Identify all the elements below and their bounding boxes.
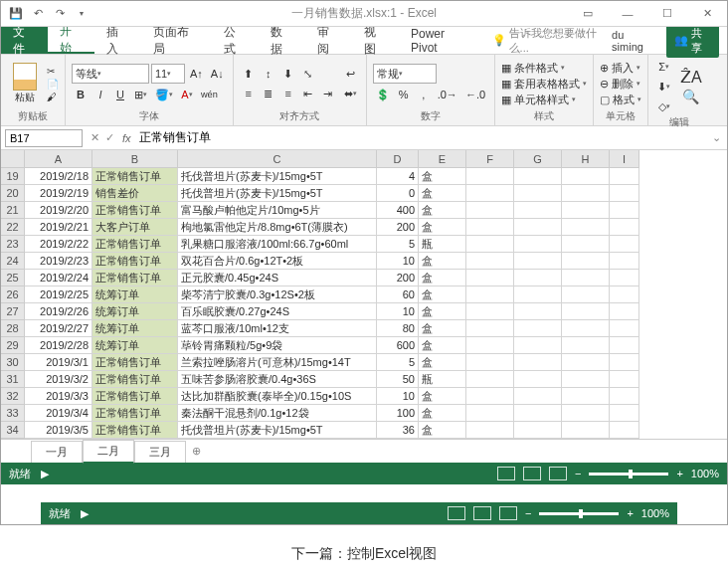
cell[interactable]: 百乐眠胶囊/0.27g•24S [178,303,377,320]
increase-font-icon[interactable]: A↑ [187,65,206,83]
format-painter-icon[interactable]: 🖌 [47,92,59,102]
cell[interactable]: 托伐普坦片(苏麦卡)/15mg•5T [178,422,377,439]
cell[interactable] [610,253,639,270]
close-icon[interactable]: ✕ [687,1,727,27]
cell[interactable] [610,354,639,371]
cell[interactable]: 正常销售订单 [92,253,178,270]
cell[interactable] [610,388,639,405]
row-header[interactable]: 19 [1,168,25,185]
select-all-corner[interactable] [1,150,25,168]
macro-record-icon[interactable]: ▶ [41,468,49,480]
cell[interactable]: 200 [377,219,419,236]
cell[interactable] [562,303,610,320]
cell[interactable]: 乳果糖口服溶液/100ml:66.7g•60ml [178,236,377,253]
cell[interactable] [514,253,562,270]
tab-file[interactable]: 文件 [1,27,48,54]
col-header-B[interactable]: B [92,150,178,168]
col-header-I[interactable]: I [610,150,639,168]
cell[interactable] [562,270,610,286]
cell[interactable]: 正常销售订单 [92,236,178,253]
formula-input[interactable] [135,129,706,147]
tab-insert[interactable]: 插入 [94,27,141,54]
cell[interactable]: 盒 [419,388,466,405]
cell[interactable]: 正常销售订单 [92,202,178,219]
cell[interactable] [514,236,562,253]
col-header-E[interactable]: E [419,150,466,168]
cell[interactable]: 统筹订单 [92,320,178,337]
normal-view-icon[interactable] [497,467,515,480]
bold-button[interactable]: B [72,86,90,103]
cell[interactable]: 枸地氯雷他定片/8.8mg•6T(薄膜衣) [178,219,377,236]
underline-button[interactable]: U [111,86,129,103]
clear-icon[interactable]: ◇ ▾ [654,97,673,115]
cell[interactable] [466,388,514,405]
format-cells-button[interactable]: ▢ 格式 ▾ [600,93,641,107]
sheet-tab-feb[interactable]: 二月 [83,440,134,464]
tab-view[interactable]: 视图 [352,27,399,54]
cell[interactable]: 10 [377,303,419,320]
cell[interactable]: 2019/3/5 [25,422,92,439]
cell[interactable]: 2019/3/4 [25,405,92,422]
sheet-tab-jan[interactable]: 一月 [31,441,83,463]
name-box[interactable] [5,129,83,147]
cell[interactable]: 36 [377,422,419,439]
cell[interactable] [514,303,562,320]
indent-decrease-icon[interactable]: ⇤ [299,85,317,102]
cell[interactable]: 托伐普坦片(苏麦卡)/15mg•5T [178,168,377,185]
cell[interactable] [562,236,610,253]
cell[interactable]: 2019/2/18 [25,168,92,185]
cell[interactable]: 盒 [419,422,466,439]
font-name-select[interactable]: 等线 ▾ [72,64,149,84]
align-bottom-icon[interactable]: ⬇ [279,65,297,83]
row-header[interactable]: 29 [1,337,25,354]
page-layout-view-icon[interactable] [523,467,541,480]
cell[interactable]: 正常销售订单 [92,422,178,439]
align-left-icon[interactable]: ≡ [240,85,258,102]
align-top-icon[interactable]: ⬆ [240,65,258,83]
col-header-C[interactable]: C [178,150,377,168]
cell[interactable] [562,219,610,236]
cell[interactable] [610,270,639,286]
cell[interactable]: 盒 [419,405,466,422]
cell[interactable]: 2019/3/3 [25,388,92,405]
col-header-G[interactable]: G [514,150,562,168]
phonetic-button[interactable]: wén [198,86,221,103]
cell[interactable] [466,337,514,354]
delete-cells-button[interactable]: ⊖ 删除 ▾ [600,77,641,92]
cell[interactable]: 2019/2/25 [25,286,92,303]
redo-icon[interactable]: ↷ [51,5,69,23]
row-header[interactable]: 30 [1,354,25,371]
cell[interactable]: 10 [377,253,419,270]
align-middle-icon[interactable]: ↕ [260,65,277,83]
enter-formula-icon[interactable]: ✓ [105,131,114,144]
col-header-D[interactable]: D [377,150,419,168]
tab-home[interactable]: 开始 [48,27,94,54]
cell[interactable] [466,286,514,303]
cell[interactable] [514,202,562,219]
row-header[interactable]: 32 [1,388,25,405]
cell[interactable] [466,422,514,439]
tab-power-pivot[interactable]: Power Pivot [399,27,484,54]
decrease-font-icon[interactable]: A↓ [208,65,227,83]
cell[interactable]: 蓝芩口服液/10ml•12支 [178,320,377,337]
cell[interactable]: 2019/2/27 [25,320,92,337]
cell[interactable] [466,253,514,270]
cell[interactable] [562,388,610,405]
cell[interactable] [514,320,562,337]
align-right-icon[interactable]: ≡ [279,85,297,102]
cell[interactable]: 盒 [419,202,466,219]
cell[interactable]: 2019/2/22 [25,236,92,253]
cancel-formula-icon[interactable]: ✕ [91,131,99,144]
cell[interactable]: 柴芩清宁胶囊/0.3g•12S•2板 [178,286,377,303]
cell[interactable]: 正常销售订单 [92,371,178,388]
orientation-icon[interactable]: ⤡ [299,65,317,83]
tab-data[interactable]: 数据 [259,27,305,54]
currency-icon[interactable]: 💲 [373,86,393,103]
wrap-text-icon[interactable]: ↩ [341,65,360,83]
cell[interactable]: 10 [377,388,419,405]
cell[interactable]: 400 [377,202,419,219]
col-header-A[interactable]: A [25,150,92,168]
cell[interactable]: 5 [377,354,419,371]
col-header-H[interactable]: H [562,150,610,168]
cell[interactable]: 2019/2/23 [25,253,92,270]
